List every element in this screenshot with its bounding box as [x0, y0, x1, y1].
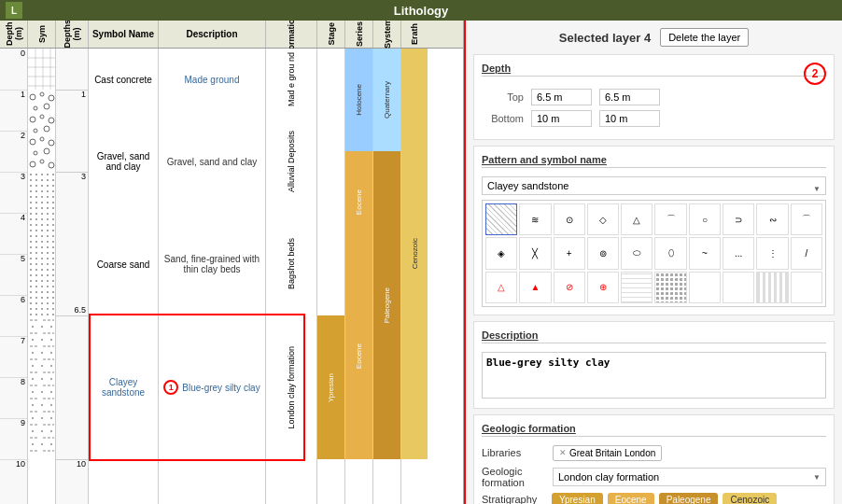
geo-section-title: Geologic formation: [482, 423, 826, 437]
symbol-cell-9[interactable]: ⌒: [791, 203, 822, 235]
th-formation: Formation: [266, 21, 317, 48]
th-description: Description: [159, 21, 266, 48]
symbol-cell-22[interactable]: ⊘: [554, 272, 585, 303]
svg-point-80: [32, 443, 34, 445]
svg-point-40: [32, 339, 34, 341]
geo-formation-section: Geologic formation Libraries ✕ Great Bri…: [473, 414, 835, 504]
symbol-cell-1[interactable]: ≋: [519, 203, 551, 235]
th-depth: Depth (m): [0, 21, 28, 48]
symbol-cell-25[interactable]: [654, 272, 686, 303]
symbol-cell-3[interactable]: ◇: [587, 203, 619, 235]
geo-formation-select[interactable]: London clay formation: [553, 468, 826, 486]
topbar: L Lithology: [0, 0, 842, 21]
symbol-cell-10[interactable]: ◈: [485, 237, 517, 269]
symbol-cell-19[interactable]: /: [791, 237, 822, 269]
depth-section: Depth Top Bottom 2: [473, 54, 835, 140]
svg-point-70: [32, 417, 34, 419]
strat-tag-cenozoic: Cenozoic: [723, 493, 777, 504]
th-depths: Depths (m): [56, 21, 89, 48]
symbol-cell-27[interactable]: [723, 272, 754, 303]
svg-point-60: [32, 391, 34, 393]
stage-column: Ypresian: [317, 49, 345, 504]
right-panel: Selected layer 4 Delete the layer Depth …: [464, 21, 842, 504]
libraries-label: Libraries: [482, 447, 547, 458]
strat-tag-paleogene: Paleogene: [659, 493, 719, 504]
symbol-cell-29[interactable]: [791, 272, 822, 303]
svg-point-72: [50, 417, 52, 419]
symbol-cell-20[interactable]: △: [485, 272, 517, 303]
symbol-grid: ≋⊙◇△⌒○⊃∾⌒◈╳+⊚⬭⬯~...⋮/△▲⊘⊕: [482, 200, 826, 307]
symbol-cell-13[interactable]: ⊚: [587, 237, 619, 269]
pattern-dropdown[interactable]: Clayey sandstone: [482, 176, 826, 195]
bottom-value1-input[interactable]: [531, 110, 592, 127]
svg-point-67: [50, 404, 52, 406]
layer-badge: 1: [163, 380, 178, 395]
description-textarea[interactable]: Blue-grey silty clay: [482, 352, 826, 399]
svg-point-50: [32, 365, 34, 367]
symbol-cell-14[interactable]: ⬭: [621, 237, 653, 269]
top-value2-input[interactable]: [599, 89, 660, 105]
symbol-cell-23[interactable]: ⊕: [587, 272, 619, 303]
description-section: Description Blue-grey silty clay: [473, 321, 835, 409]
app-title: Lithology: [394, 4, 449, 18]
symbol-cell-2[interactable]: ⊙: [554, 203, 585, 235]
pattern-section: Pattern and symbol name Clayey sandstone…: [473, 146, 835, 315]
step-2-indicator: 2: [804, 63, 826, 85]
symbol-cell-8[interactable]: ∾: [756, 203, 788, 235]
svg-point-51: [41, 365, 43, 367]
th-symname: Symbol Name: [89, 21, 159, 48]
symbol-cell-15[interactable]: ⬯: [654, 237, 686, 269]
geo-formation-row: Geologic formation London clay formation: [482, 466, 826, 488]
symbol-cell-4[interactable]: △: [621, 203, 653, 235]
svg-point-45: [32, 352, 34, 354]
symbol-cell-6[interactable]: ○: [689, 203, 721, 235]
symbol-cell-26[interactable]: [689, 272, 721, 303]
table-header: Depth (m) Sym Depths (m) Symbol Name Des…: [0, 21, 463, 49]
svg-point-62: [50, 391, 52, 393]
svg-point-57: [50, 378, 52, 380]
libraries-row: Libraries ✕ Great Britain London: [482, 445, 826, 461]
svg-point-76: [41, 430, 43, 432]
lithology-table: Depth (m) Sym Depths (m) Symbol Name Des…: [0, 21, 464, 504]
symbol-cell-5[interactable]: ⌒: [654, 203, 686, 235]
delete-layer-button[interactable]: Delete the layer: [660, 28, 749, 47]
strat-tag-eocene: Eocene: [608, 493, 654, 504]
symbol-cell-11[interactable]: ╳: [519, 237, 551, 269]
top-value1-input[interactable]: [531, 89, 592, 105]
geo-formation-dropdown-wrapper: London clay formation: [553, 468, 826, 486]
symbol-cell-24[interactable]: [621, 272, 653, 303]
stratigraphy-label: Stratigraphy: [482, 494, 547, 504]
geo-formation-label: Geologic formation: [482, 466, 547, 488]
svg-point-52: [50, 365, 52, 367]
symbol-cell-7[interactable]: ⊃: [723, 203, 754, 235]
library-tag-text: Great Britain London: [569, 448, 655, 458]
svg-point-46: [41, 352, 43, 354]
svg-point-71: [41, 417, 43, 419]
stratigraphy-row: Stratigraphy Ypresian Eocene Paleogene C…: [482, 493, 826, 504]
description-column: Made ground Gravel, sand and clay Sand, …: [159, 49, 266, 504]
bottom-value2-input[interactable]: [599, 110, 660, 127]
symbol-cell-17[interactable]: ...: [723, 237, 754, 269]
layer4-symbol: [28, 315, 55, 459]
svg-point-47: [50, 352, 52, 354]
svg-point-42: [50, 339, 52, 341]
symbol-cell-16[interactable]: ~: [689, 237, 721, 269]
svg-rect-31: [28, 172, 55, 315]
symbol-cell-18[interactable]: ⋮: [756, 237, 788, 269]
symbol-cell-28[interactable]: [756, 272, 788, 303]
system-column: Quaternary Paleogene: [373, 49, 401, 504]
strat-tag-ypresian: Ypresian: [552, 493, 603, 504]
symbol-cell-21[interactable]: ▲: [519, 272, 551, 303]
svg-point-37: [50, 326, 52, 328]
svg-point-77: [50, 430, 52, 432]
main-layout: Depth (m) Sym Depths (m) Symbol Name Des…: [0, 21, 842, 504]
layer3-symbol: [28, 172, 55, 315]
svg-point-35: [32, 326, 34, 328]
symbol-cell-0[interactable]: [485, 203, 517, 235]
symbol-cell-12[interactable]: +: [554, 237, 585, 269]
svg-point-81: [41, 443, 43, 445]
symname-column: Cast concrete Gravel, sand and clay Coar…: [89, 49, 159, 504]
svg-point-65: [32, 404, 34, 406]
remove-library-icon[interactable]: ✕: [559, 448, 567, 457]
series-column: Holocene Eocene Eocene: [345, 49, 373, 504]
